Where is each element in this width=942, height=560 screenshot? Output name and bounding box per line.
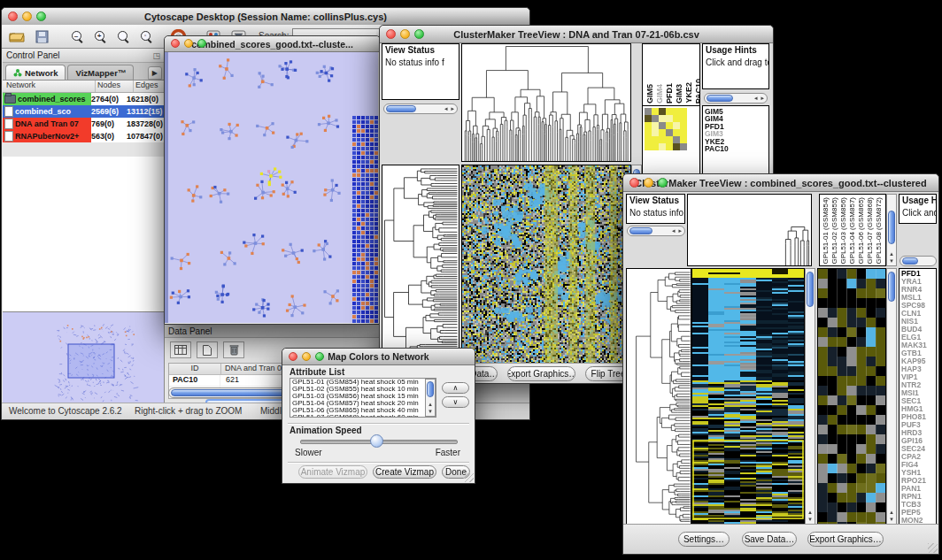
open-folder-icon[interactable] [7,27,27,45]
tv2-column-label[interactable]: GPL51-06 (GSM865) [857,197,865,265]
matrix-cell[interactable] [659,136,666,143]
matrix-cell[interactable] [659,122,666,129]
tv1-column-label[interactable]: GIM4 [655,84,664,104]
delete-attribute-icon[interactable] [223,341,244,358]
tv2-column-label[interactable]: GPL51-03 (GSM856) [839,197,847,265]
tv2-usage-hscrollbar[interactable] [900,256,937,266]
tv2-collabel-vscrollbar[interactable]: ▴▾ [886,194,897,266]
zoom-button[interactable] [414,29,424,39]
network-overview-canvas[interactable] [3,312,164,403]
close-button[interactable] [171,39,180,48]
tv2-export-graphics-button[interactable]: Export Graphics… [807,532,884,547]
save-icon[interactable] [32,27,51,45]
tv2-zoom-heatmap[interactable] [817,268,886,525]
tv1-column-label[interactable]: YKE2 [684,82,693,104]
tv2-save-data-button[interactable]: Save Data… [742,532,797,547]
tv2-row-dendrogram[interactable] [626,268,691,525]
zoom-button[interactable] [658,178,668,188]
zoom-region-icon[interactable]: ▫ [136,27,156,45]
minimize-button[interactable] [302,352,311,361]
matrix-cell[interactable] [673,143,680,150]
minimize-button[interactable] [184,39,193,48]
attribute-list-vscrollbar[interactable]: ▴▾ [425,379,436,417]
matrix-cell[interactable] [680,122,687,129]
zoom-button[interactable] [197,39,206,48]
tv1-column-label[interactable]: PFD1 [665,83,674,104]
tv1-row-dendrogram[interactable] [382,165,459,364]
dp-col-id[interactable]: ID [169,364,221,374]
matrix-cell[interactable] [666,136,673,143]
tv2-column-labels[interactable]: GPL51-01 (GSM854)GPL51-02 (GSM855)GPL51-… [819,194,886,266]
matrix-cell[interactable] [645,108,652,115]
network-list-row[interactable]: DNA and Tran 07769(0)183728(0) [3,118,164,130]
matrix-cell[interactable] [652,122,659,129]
minimize-button[interactable] [22,12,32,21]
resize-grip[interactable] [928,543,938,553]
network-overview-panel[interactable] [3,311,164,403]
tv2-gene-labels[interactable]: PFD1YRA1RNR4MSL1SPC98CLN1NIS1BUD4ELG1MAK… [899,268,937,525]
matrix-cell[interactable] [666,122,673,129]
col-header-edges[interactable]: Edges [134,81,164,92]
tv1-column-label[interactable]: PAC10 [694,79,700,104]
float-panel-icon[interactable]: ◳ [152,51,160,60]
col-header-nodes[interactable]: Nodes [96,81,134,92]
network-list-row[interactable]: RNAPuberNov2+563(0)107847(0) [3,130,164,142]
matrix-cell[interactable] [673,129,680,136]
matrix-cell[interactable] [652,108,659,115]
matrix-cell[interactable] [645,143,652,150]
matrix-cell[interactable] [645,136,652,143]
attribute-down-button[interactable]: ∨ [442,396,469,408]
matrix-cell[interactable] [666,115,673,122]
treeview2-titlebar[interactable]: ClusterMaker TreeView : combined_scores_… [623,174,938,192]
network-list-row[interactable]: combined_scores2764(0)16218(0) [3,93,164,105]
tv2-global-heatmap[interactable] [691,268,805,525]
tv1-zoom-row-labels[interactable]: GIM5GIM4PFD1GIM3YKE2PAC10 [702,105,769,176]
matrix-cell[interactable] [645,129,652,136]
create-vizmap-button[interactable]: Create Vizmap [373,465,436,479]
matrix-cell[interactable] [666,143,673,150]
tv2-gene-vscrollbar[interactable]: ▴▾ [886,268,897,525]
matrix-cell[interactable] [645,115,652,122]
matrix-cell[interactable] [666,108,673,115]
tv1-column-label[interactable]: GIM3 [675,84,683,104]
close-button[interactable] [8,12,18,21]
matrix-cell[interactable] [652,129,659,136]
matrix-cell[interactable] [666,129,673,136]
tv2-column-label[interactable]: GPL51-01 (GSM854) [822,197,830,265]
animate-vizmap-button[interactable]: Animate Vizmap [298,465,367,479]
attribute-list[interactable]: GPL51-01 (GSM854) heat shock 05 minGPL51… [290,378,436,418]
tv2-status-hscrollbar[interactable]: ◂ ▸ [627,226,685,236]
treeview1-titlebar[interactable]: ClusterMaker TreeView : DNA and Tran 07-… [380,26,773,43]
tv1-row-label[interactable]: PAC10 [703,145,768,152]
matrix-cell[interactable] [680,143,687,150]
network-view-titlebar[interactable]: combined_scores_good.txt--cluste... [165,36,380,52]
tv2-column-label[interactable]: GPL51-07 (GSM868) [866,197,874,265]
tv1-usage-hscrollbar[interactable]: ◂ ▸ [704,93,768,104]
new-attribute-icon[interactable] [197,341,218,358]
select-attributes-icon[interactable] [170,341,191,358]
tv1-zoom-heatmap-panel[interactable] [642,105,700,176]
matrix-cell[interactable] [680,108,687,115]
tab-overflow-arrow[interactable]: ▶ [148,66,162,80]
attribute-up-button[interactable]: ∧ [442,382,469,394]
matrix-cell[interactable] [680,136,687,143]
attribute-item[interactable]: GPL51-07 (GSM868) heat shock 60 min [290,414,436,418]
matrix-cell[interactable] [680,115,687,122]
matrix-cell[interactable] [673,108,680,115]
network-list-row[interactable]: combined_sco2569(6)13112(15) [3,105,164,118]
matrix-cell[interactable] [680,129,687,136]
animation-speed-slider-thumb[interactable] [370,434,383,448]
tab-vizmapper[interactable]: VizMapper™ [67,65,134,80]
close-button[interactable] [386,29,396,39]
matrix-cell[interactable] [659,129,666,136]
tv1-column-label[interactable]: GIM5 [645,84,654,104]
close-button[interactable] [629,178,639,188]
zoom-fit-icon[interactable] [113,27,133,45]
matrix-cell[interactable] [659,115,666,122]
matrix-cell[interactable] [645,122,652,129]
matrix-cell[interactable] [652,115,659,122]
matrix-cell[interactable] [673,115,680,122]
close-button[interactable] [289,352,297,361]
minimize-button[interactable] [400,29,410,39]
tv2-column-label[interactable]: GPL51-08 (GSM872) [875,197,883,265]
